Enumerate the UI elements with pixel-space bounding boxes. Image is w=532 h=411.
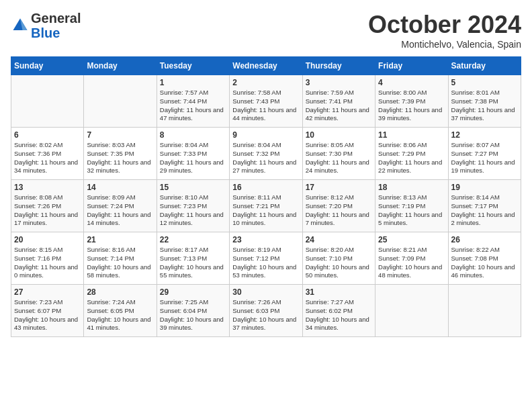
day-header-wednesday: Wednesday xyxy=(230,57,302,75)
day-header-saturday: Saturday xyxy=(448,57,521,75)
day-header-monday: Monday xyxy=(84,57,157,75)
calendar-cell: 9Sunrise: 8:04 AM Sunset: 7:32 PM Daylig… xyxy=(230,128,302,180)
week-row-1: 1Sunrise: 7:57 AM Sunset: 7:44 PM Daylig… xyxy=(11,75,521,128)
day-number: 27 xyxy=(14,287,81,297)
day-number: 15 xyxy=(160,183,226,192)
day-number: 24 xyxy=(306,235,372,244)
day-details: Sunrise: 8:07 AM Sunset: 7:27 PM Dayligh… xyxy=(451,141,518,175)
week-row-3: 13Sunrise: 8:08 AM Sunset: 7:26 PM Dayli… xyxy=(11,180,521,232)
day-header-sunday: Sunday xyxy=(11,57,84,75)
calendar-cell: 17Sunrise: 8:12 AM Sunset: 7:20 PM Dayli… xyxy=(302,180,375,232)
calendar-cell: 3Sunrise: 7:59 AM Sunset: 7:41 PM Daylig… xyxy=(302,75,375,128)
calendar-table: SundayMondayTuesdayWednesdayThursdayFrid… xyxy=(11,56,521,337)
logo-blue: Blue xyxy=(31,26,60,40)
day-details: Sunrise: 8:17 AM Sunset: 7:13 PM Dayligh… xyxy=(160,246,226,280)
calendar-cell: 15Sunrise: 8:10 AM Sunset: 7:23 PM Dayli… xyxy=(157,180,229,232)
day-details: Sunrise: 8:05 AM Sunset: 7:30 PM Dayligh… xyxy=(306,141,372,175)
logo: General Blue xyxy=(11,11,81,40)
day-number: 21 xyxy=(87,235,153,244)
calendar-cell xyxy=(11,75,84,128)
day-details: Sunrise: 7:24 AM Sunset: 6:05 PM Dayligh… xyxy=(87,298,153,332)
calendar-cell: 30Sunrise: 7:26 AM Sunset: 6:03 PM Dayli… xyxy=(230,285,302,337)
day-details: Sunrise: 8:19 AM Sunset: 7:12 PM Dayligh… xyxy=(232,246,299,280)
page-header: General Blue October 2024 Montichelvo, V… xyxy=(11,11,521,50)
calendar-cell: 7Sunrise: 8:03 AM Sunset: 7:35 PM Daylig… xyxy=(84,128,157,180)
day-number: 10 xyxy=(306,130,372,140)
day-header-tuesday: Tuesday xyxy=(157,57,229,75)
day-number: 31 xyxy=(306,287,372,297)
calendar-cell: 31Sunrise: 7:27 AM Sunset: 6:02 PM Dayli… xyxy=(302,285,375,337)
day-number: 20 xyxy=(14,235,81,244)
calendar-cell: 6Sunrise: 8:02 AM Sunset: 7:36 PM Daylig… xyxy=(11,128,84,180)
day-number: 13 xyxy=(14,183,81,192)
calendar-cell: 5Sunrise: 8:01 AM Sunset: 7:38 PM Daylig… xyxy=(448,75,521,128)
day-details: Sunrise: 7:27 AM Sunset: 6:02 PM Dayligh… xyxy=(306,298,372,332)
calendar-cell: 25Sunrise: 8:21 AM Sunset: 7:09 PM Dayli… xyxy=(375,232,448,285)
title-section: October 2024 Montichelvo, Valencia, Spai… xyxy=(368,11,521,50)
day-number: 7 xyxy=(87,130,153,140)
day-number: 30 xyxy=(232,287,299,297)
calendar-cell: 21Sunrise: 8:16 AM Sunset: 7:14 PM Dayli… xyxy=(84,232,157,285)
day-number: 25 xyxy=(378,235,445,244)
calendar-cell: 27Sunrise: 7:23 AM Sunset: 6:07 PM Dayli… xyxy=(11,285,84,337)
day-details: Sunrise: 8:12 AM Sunset: 7:20 PM Dayligh… xyxy=(306,193,372,228)
day-number: 17 xyxy=(306,183,372,192)
day-number: 19 xyxy=(451,183,518,192)
calendar-cell: 29Sunrise: 7:25 AM Sunset: 6:04 PM Dayli… xyxy=(157,285,229,337)
day-details: Sunrise: 8:01 AM Sunset: 7:38 PM Dayligh… xyxy=(451,89,518,123)
week-row-4: 20Sunrise: 8:15 AM Sunset: 7:16 PM Dayli… xyxy=(11,232,521,285)
day-number: 23 xyxy=(232,235,299,244)
day-details: Sunrise: 8:13 AM Sunset: 7:19 PM Dayligh… xyxy=(378,193,445,228)
day-number: 8 xyxy=(160,130,226,140)
calendar-cell: 22Sunrise: 8:17 AM Sunset: 7:13 PM Dayli… xyxy=(157,232,229,285)
week-row-2: 6Sunrise: 8:02 AM Sunset: 7:36 PM Daylig… xyxy=(11,128,521,180)
calendar-cell: 20Sunrise: 8:15 AM Sunset: 7:16 PM Dayli… xyxy=(11,232,84,285)
location: Montichelvo, Valencia, Spain xyxy=(368,39,521,50)
calendar-cell: 11Sunrise: 8:06 AM Sunset: 7:29 PM Dayli… xyxy=(375,128,448,180)
day-number: 2 xyxy=(232,78,299,87)
day-number: 16 xyxy=(232,183,299,192)
calendar-cell: 14Sunrise: 8:09 AM Sunset: 7:24 PM Dayli… xyxy=(84,180,157,232)
day-details: Sunrise: 8:09 AM Sunset: 7:24 PM Dayligh… xyxy=(87,193,153,228)
month-title: October 2024 xyxy=(368,11,521,39)
day-header-thursday: Thursday xyxy=(302,57,375,75)
day-number: 26 xyxy=(451,235,518,244)
day-number: 14 xyxy=(87,183,153,192)
day-details: Sunrise: 7:58 AM Sunset: 7:43 PM Dayligh… xyxy=(232,89,299,123)
calendar-cell: 28Sunrise: 7:24 AM Sunset: 6:05 PM Dayli… xyxy=(84,285,157,337)
day-details: Sunrise: 8:10 AM Sunset: 7:23 PM Dayligh… xyxy=(160,193,226,228)
calendar-cell xyxy=(84,75,157,128)
day-details: Sunrise: 8:16 AM Sunset: 7:14 PM Dayligh… xyxy=(87,246,153,280)
calendar-cell: 24Sunrise: 8:20 AM Sunset: 7:10 PM Dayli… xyxy=(302,232,375,285)
day-number: 12 xyxy=(451,130,518,140)
calendar-cell: 26Sunrise: 8:22 AM Sunset: 7:08 PM Dayli… xyxy=(448,232,521,285)
day-details: Sunrise: 7:57 AM Sunset: 7:44 PM Dayligh… xyxy=(160,89,226,123)
day-number: 29 xyxy=(160,287,226,297)
day-number: 28 xyxy=(87,287,153,297)
day-number: 11 xyxy=(378,130,445,140)
day-number: 22 xyxy=(160,235,226,244)
day-details: Sunrise: 8:06 AM Sunset: 7:29 PM Dayligh… xyxy=(378,141,445,175)
day-details: Sunrise: 7:59 AM Sunset: 7:41 PM Dayligh… xyxy=(306,89,372,123)
day-number: 5 xyxy=(451,78,518,87)
day-details: Sunrise: 8:15 AM Sunset: 7:16 PM Dayligh… xyxy=(14,246,81,280)
calendar-cell: 2Sunrise: 7:58 AM Sunset: 7:43 PM Daylig… xyxy=(230,75,302,128)
calendar-cell: 18Sunrise: 8:13 AM Sunset: 7:19 PM Dayli… xyxy=(375,180,448,232)
calendar-cell: 4Sunrise: 8:00 AM Sunset: 7:39 PM Daylig… xyxy=(375,75,448,128)
day-details: Sunrise: 8:04 AM Sunset: 7:32 PM Dayligh… xyxy=(232,141,299,175)
calendar-cell: 23Sunrise: 8:19 AM Sunset: 7:12 PM Dayli… xyxy=(230,232,302,285)
header-row: SundayMondayTuesdayWednesdayThursdayFrid… xyxy=(11,57,521,75)
day-details: Sunrise: 8:20 AM Sunset: 7:10 PM Dayligh… xyxy=(306,246,372,280)
day-header-friday: Friday xyxy=(375,57,448,75)
day-details: Sunrise: 8:08 AM Sunset: 7:26 PM Dayligh… xyxy=(14,193,81,228)
day-details: Sunrise: 7:25 AM Sunset: 6:04 PM Dayligh… xyxy=(160,298,226,332)
calendar-cell: 16Sunrise: 8:11 AM Sunset: 7:21 PM Dayli… xyxy=(230,180,302,232)
calendar-cell: 19Sunrise: 8:14 AM Sunset: 7:17 PM Dayli… xyxy=(448,180,521,232)
day-number: 6 xyxy=(14,130,81,140)
day-details: Sunrise: 8:22 AM Sunset: 7:08 PM Dayligh… xyxy=(451,246,518,280)
day-number: 4 xyxy=(378,78,445,87)
day-number: 1 xyxy=(160,78,226,87)
day-number: 9 xyxy=(232,130,299,140)
calendar-cell: 12Sunrise: 8:07 AM Sunset: 7:27 PM Dayli… xyxy=(448,128,521,180)
day-details: Sunrise: 7:26 AM Sunset: 6:03 PM Dayligh… xyxy=(232,298,299,332)
